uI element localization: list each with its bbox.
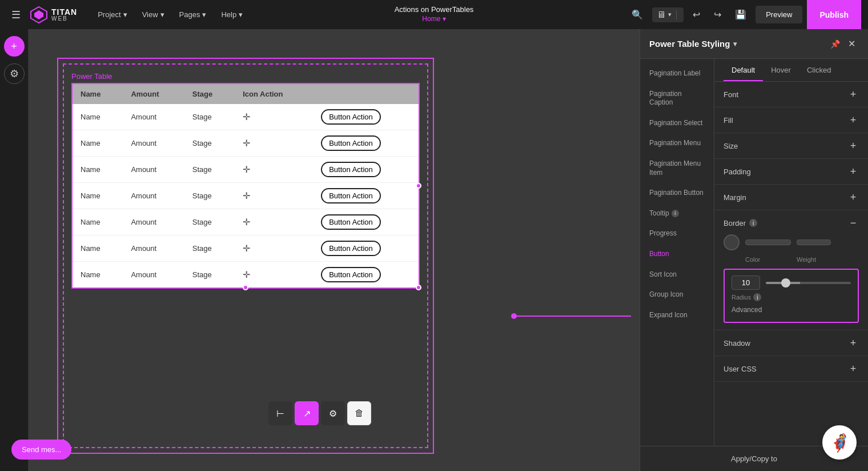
advanced-text[interactable]: Advanced	[732, 301, 851, 316]
add-element-button[interactable]: +	[4, 36, 25, 57]
cell-name: Name	[73, 236, 123, 262]
publish-button[interactable]: Publish	[807, 0, 861, 29]
delete-button[interactable]: 🗑	[347, 401, 371, 425]
resize-handle-bottom-right[interactable]	[416, 285, 421, 290]
resize-handle-right[interactable]	[416, 183, 421, 189]
save-icon[interactable]: 💾	[730, 6, 751, 23]
hamburger-menu[interactable]: ☰	[7, 6, 25, 23]
nav-item-sort-icon[interactable]: Sort Icon	[640, 265, 714, 285]
radius-row	[732, 276, 851, 290]
settings-button[interactable]: ⚙	[321, 401, 345, 425]
radius-slider[interactable]	[766, 282, 851, 284]
gear-icon: ⚙	[329, 408, 337, 419]
tab-hover[interactable]: Hover	[763, 59, 799, 81]
nav-item-pagination-label[interactable]: Pagination Label	[640, 63, 714, 84]
property-fill: Fill +	[714, 107, 868, 133]
font-add-icon[interactable]: +	[847, 89, 859, 100]
cell-btn[interactable]: Button Action	[313, 183, 419, 209]
cell-name: Name	[73, 262, 123, 288]
btn-action-6[interactable]: Button Action	[321, 267, 381, 282]
btn-action-5[interactable]: Button Action	[321, 241, 381, 256]
top-nav: ☰ TITAN WEB Project ▾ View ▾ Pages ▾ Hel…	[0, 0, 868, 29]
device-selector[interactable]: 🖥 ▾	[652, 7, 684, 22]
helper-avatar[interactable]: 🦸	[822, 425, 857, 460]
property-padding: Padding +	[714, 159, 868, 185]
close-button[interactable]: ✕	[845, 37, 859, 50]
collapse-button[interactable]: ⊢	[268, 401, 292, 425]
cell-btn[interactable]: Button Action	[313, 130, 419, 157]
nav-menu: Project ▾ View ▾ Pages ▾ Help ▾	[91, 6, 250, 23]
cell-amount: Amount	[123, 262, 184, 288]
edit-icon: ↗	[303, 408, 311, 419]
btn-action-2[interactable]: Button Action	[321, 162, 381, 177]
cell-icon: ✛	[235, 236, 313, 262]
power-table-wrapper: Power Table Name Amount Stage Icon Actio…	[71, 72, 420, 289]
table-row: Name Amount Stage ✛ Button Action	[73, 262, 419, 288]
redo-icon[interactable]: ↪	[709, 6, 726, 23]
nav-item-pagination-button[interactable]: Pagination Button	[640, 183, 714, 203]
panel-chevron-icon[interactable]: ▾	[733, 40, 737, 48]
nav-item-pagination-select[interactable]: Pagination Select	[640, 113, 714, 134]
search-icon[interactable]: 🔍	[627, 6, 648, 23]
resize-handle-bottom[interactable]	[243, 285, 248, 290]
size-add-icon[interactable]: +	[847, 140, 859, 151]
element-toolbar: ⊢ ↗ ⚙ 🗑	[268, 401, 371, 425]
preview-button[interactable]: Preview	[756, 6, 802, 23]
border-weight-input[interactable]	[797, 240, 831, 245]
tab-clicked[interactable]: Clicked	[799, 59, 839, 81]
cell-stage: Stage	[184, 209, 235, 236]
fill-add-icon[interactable]: +	[847, 114, 859, 126]
cell-amount: Amount	[123, 130, 184, 157]
tab-default[interactable]: Default	[724, 59, 763, 81]
left-nav-items: Pagination Label Pagination Caption Pagi…	[640, 59, 714, 446]
cell-btn[interactable]: Button Action	[313, 157, 419, 183]
cell-icon: ✛	[235, 183, 313, 209]
cell-amount: Amount	[123, 104, 184, 130]
btn-action-0[interactable]: Button Action	[321, 109, 381, 125]
btn-action-1[interactable]: Button Action	[321, 135, 381, 151]
cell-btn[interactable]: Button Action	[313, 104, 419, 130]
property-size: Size +	[714, 133, 868, 159]
border-color-swatch[interactable]	[724, 234, 740, 250]
border-collapse-icon[interactable]: −	[847, 217, 859, 229]
cell-btn[interactable]: Button Action	[313, 262, 419, 288]
margin-add-icon[interactable]: +	[847, 191, 859, 203]
radius-input[interactable]	[732, 276, 760, 290]
nav-item-pagination-menu-item[interactable]: Pagination Menu Item	[640, 154, 714, 183]
panel-actions: 📌 ✕	[830, 37, 859, 50]
padding-add-icon[interactable]: +	[847, 166, 859, 177]
nav-view[interactable]: View ▾	[135, 6, 171, 23]
nav-help[interactable]: Help ▾	[214, 6, 250, 23]
cell-name: Name	[73, 209, 123, 236]
nav-item-button[interactable]: Button	[640, 244, 714, 265]
undo-icon[interactable]: ↩	[688, 6, 705, 23]
pin-icon[interactable]: 📌	[830, 39, 840, 49]
border-section: Border i − Color Weight	[714, 210, 868, 330]
nav-pages[interactable]: Pages ▾	[172, 6, 214, 23]
shadow-add-icon[interactable]: +	[847, 337, 859, 349]
canvas-area[interactable]: Power Table Name Amount Stage Icon Actio…	[29, 29, 640, 471]
border-color-input[interactable]	[745, 240, 791, 245]
nav-item-group-icon[interactable]: Group Icon	[640, 285, 714, 305]
table-row: Name Amount Stage ✛ Button Action	[73, 236, 419, 262]
btn-action-3[interactable]: Button Action	[321, 188, 381, 203]
btn-action-4[interactable]: Button Action	[321, 214, 381, 230]
nav-project[interactable]: Project ▾	[91, 6, 134, 23]
nav-item-progress[interactable]: Progress	[640, 223, 714, 244]
power-table-container[interactable]: Name Amount Stage Icon Action Name Amoun…	[71, 83, 420, 289]
cell-stage: Stage	[184, 262, 235, 288]
edit-button[interactable]: ↗	[295, 401, 319, 425]
power-table-label: Power Table	[71, 72, 420, 81]
nav-item-pagination-menu[interactable]: Pagination Menu	[640, 133, 714, 154]
color-field-label: Color	[745, 256, 791, 263]
chat-button[interactable]: Send mes...	[11, 440, 71, 460]
home-link[interactable]: Home ▾	[395, 15, 474, 24]
nav-item-expand-icon[interactable]: Expand Icon	[640, 305, 714, 326]
settings-icon[interactable]: ⚙	[4, 63, 25, 84]
user-css-add-icon[interactable]: +	[847, 363, 859, 374]
nav-item-pagination-caption[interactable]: Pagination Caption	[640, 84, 714, 113]
cell-btn[interactable]: Button Action	[313, 209, 419, 236]
cell-icon: ✛	[235, 209, 313, 236]
cell-btn[interactable]: Button Action	[313, 236, 419, 262]
nav-item-tooltip[interactable]: Tooltip i	[640, 203, 714, 224]
